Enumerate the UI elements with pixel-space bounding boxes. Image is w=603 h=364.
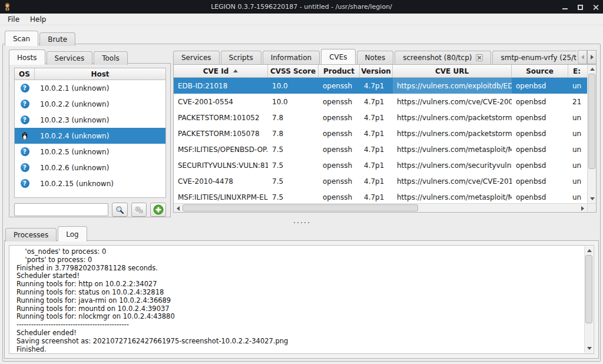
cve-row[interactable]: MSF:ILITIES/OPENBSD-OP... 7.5 openssh 4.… bbox=[174, 141, 587, 157]
tab-notes[interactable]: Notes bbox=[357, 51, 394, 64]
cve-row[interactable]: SECURITYVULNS:VULN:81... 7.5 openssh 4.7… bbox=[174, 157, 587, 173]
scrollbar-thumb[interactable] bbox=[588, 74, 595, 169]
tab-hosts[interactable]: Hosts bbox=[9, 49, 45, 65]
host-row[interactable]: ? 10.0.2.6 (unknown) bbox=[15, 160, 165, 176]
main-tab-bar: ScanBrute bbox=[5, 31, 77, 46]
cve-column-version[interactable]: Version bbox=[360, 65, 393, 77]
scroll-left-button[interactable] bbox=[174, 204, 183, 213]
splitter-handle-icon bbox=[294, 222, 309, 223]
cve-row[interactable]: MSF:ILITIES/LINUXRPM-EL... 7.5 openssh 4… bbox=[174, 189, 587, 203]
cve-column-cvss[interactable]: CVSS Score bbox=[268, 65, 319, 77]
scroll-up-button[interactable] bbox=[588, 65, 597, 74]
add-host-icon bbox=[153, 204, 164, 215]
cve-row[interactable]: CVE-2001-0554 10.0 openssh 4.7p1 https:/… bbox=[174, 94, 587, 110]
cve-column-exploit[interactable]: E: bbox=[568, 65, 587, 77]
scan-tab-panel: HostsServicesTools OS Host ? 10.0.2.1 (u… bbox=[2, 44, 601, 362]
chevron-left-icon bbox=[581, 55, 584, 59]
tab-cves[interactable]: CVEs bbox=[321, 49, 355, 64]
tab-scroll-buttons bbox=[578, 50, 597, 64]
tab-scan[interactable]: Scan bbox=[5, 31, 38, 46]
tab-close-icon[interactable] bbox=[476, 54, 483, 61]
tab-information[interactable]: Information bbox=[263, 51, 320, 64]
host-row[interactable]: ? 10.0.2.1 (unknown) bbox=[15, 80, 165, 96]
host-filter-row bbox=[14, 203, 166, 217]
question-icon: ? bbox=[21, 163, 29, 172]
close-icon bbox=[592, 4, 599, 11]
hosts-column-os[interactable]: OS bbox=[15, 68, 35, 80]
tab-services-left[interactable]: Services bbox=[47, 51, 93, 65]
search-icon bbox=[115, 206, 124, 214]
tab-processes[interactable]: Processes bbox=[5, 228, 57, 241]
cve-table-header: CVE Id CVSS Score Product Version CVE UR… bbox=[174, 65, 587, 78]
tab-scroll-left-button[interactable] bbox=[578, 50, 587, 64]
host-row[interactable]: 10.0.2.4 (unknown) bbox=[15, 128, 165, 144]
log-text: 'os_nodes' to process: 0 'ports' to proc… bbox=[16, 248, 581, 353]
titlebar: LEGION 0.3.7-1596220187 - untitled - /us… bbox=[0, 0, 603, 14]
scrollbar-thumb[interactable] bbox=[183, 204, 418, 211]
scroll-down-button[interactable] bbox=[585, 344, 594, 353]
cve-row[interactable]: EDB-ID:21018 10.0 openssh 4.7p1 https://… bbox=[174, 78, 587, 94]
log-vertical-scrollbar[interactable] bbox=[584, 246, 593, 353]
scroll-right-button[interactable] bbox=[578, 204, 587, 213]
tab-scripts[interactable]: Scripts bbox=[221, 51, 261, 64]
chevron-right-icon bbox=[591, 55, 594, 59]
hosts-table: OS Host ? 10.0.2.1 (unknown) ? bbox=[14, 68, 166, 198]
cve-table-horizontal-scrollbar[interactable] bbox=[174, 203, 587, 212]
bottom-tab-bar: ProcessesLog bbox=[5, 226, 88, 241]
horizontal-splitter[interactable] bbox=[3, 220, 600, 226]
add-host-button[interactable] bbox=[150, 203, 166, 217]
cve-column-url[interactable]: CVE URL bbox=[393, 65, 512, 77]
rescan-button[interactable] bbox=[131, 203, 147, 217]
cve-row[interactable]: CVE-2010-4478 7.5 openssh 4.7p1 https://… bbox=[174, 173, 587, 189]
cve-table-vertical-scrollbar[interactable] bbox=[587, 65, 596, 203]
left-tab-bar: HostsServicesTools bbox=[9, 49, 129, 65]
scroll-down-button[interactable] bbox=[588, 194, 597, 203]
gears-icon bbox=[134, 206, 144, 214]
app-icon bbox=[4, 2, 11, 11]
cve-row[interactable]: PACKETSTORM:101052 7.8 openssh 4.7p1 htt… bbox=[174, 110, 587, 125]
question-icon: ? bbox=[21, 84, 29, 92]
tab-services[interactable]: Services bbox=[173, 51, 220, 64]
cve-column-id[interactable]: CVE Id bbox=[174, 65, 268, 77]
cve-column-source[interactable]: Source bbox=[512, 65, 568, 77]
menu-help[interactable]: Help bbox=[25, 14, 51, 25]
hosts-column-host[interactable]: Host bbox=[35, 68, 165, 80]
tab-tools[interactable]: Tools bbox=[94, 51, 128, 65]
tab-smtp-enum-vrfy-25-tcp[interactable]: smtp-enum-vrfy (25/tcp) bbox=[492, 51, 577, 64]
minimize-button[interactable] bbox=[562, 4, 569, 11]
host-filter-input[interactable] bbox=[14, 203, 108, 216]
sort-asc-icon bbox=[233, 70, 238, 72]
tab-log[interactable]: Log bbox=[58, 226, 87, 241]
cve-table-body: EDB-ID:21018 10.0 openssh 4.7p1 https://… bbox=[174, 78, 587, 203]
host-row[interactable]: ? 10.0.2.3 (unknown) bbox=[15, 112, 165, 128]
search-button[interactable] bbox=[112, 203, 128, 217]
scrollbar-thumb[interactable] bbox=[585, 255, 592, 323]
host-row[interactable]: ? 10.0.2.2 (unknown) bbox=[15, 96, 165, 112]
hosts-panel: OS Host ? 10.0.2.1 (unknown) ? bbox=[9, 63, 171, 217]
tab-brute[interactable]: Brute bbox=[39, 32, 75, 46]
log-output[interactable]: 'os_nodes' to process: 0 'ports' to proc… bbox=[9, 245, 594, 354]
hosts-table-body: ? 10.0.2.1 (unknown) ? 10.0.2.2 (unknown… bbox=[15, 80, 165, 191]
linux-icon bbox=[21, 131, 28, 140]
question-icon: ? bbox=[21, 147, 29, 156]
question-icon: ? bbox=[21, 179, 29, 188]
tab-scroll-right-button[interactable] bbox=[587, 50, 597, 64]
cve-column-product[interactable]: Product bbox=[319, 65, 360, 77]
tab-screenshot-80-tcp[interactable]: screenshot (80/tcp) bbox=[395, 51, 491, 64]
maximize-icon bbox=[578, 5, 583, 10]
minimize-icon bbox=[562, 8, 568, 9]
cve-table: CVE Id CVSS Score Product Version CVE UR… bbox=[173, 64, 597, 213]
question-icon: ? bbox=[21, 100, 29, 108]
results-tab-bar: Services Scripts Information CVEs Notes bbox=[173, 49, 597, 64]
question-icon: ? bbox=[21, 115, 29, 124]
host-row[interactable]: ? 10.0.2.15 (unknown) bbox=[15, 176, 165, 191]
scroll-up-button[interactable] bbox=[585, 246, 594, 255]
cve-row[interactable]: PACKETSTORM:105078 7.8 openssh 4.7p1 htt… bbox=[174, 125, 587, 141]
close-button[interactable] bbox=[592, 4, 599, 11]
results-panel: Services Scripts Information CVEs Notes bbox=[173, 49, 597, 257]
menu-file[interactable]: File bbox=[2, 14, 25, 25]
maximize-button[interactable] bbox=[577, 4, 584, 11]
menubar: File Help bbox=[0, 14, 603, 25]
scrollbar-corner bbox=[587, 203, 596, 212]
host-row[interactable]: ? 10.0.2.5 (unknown) bbox=[15, 144, 165, 160]
